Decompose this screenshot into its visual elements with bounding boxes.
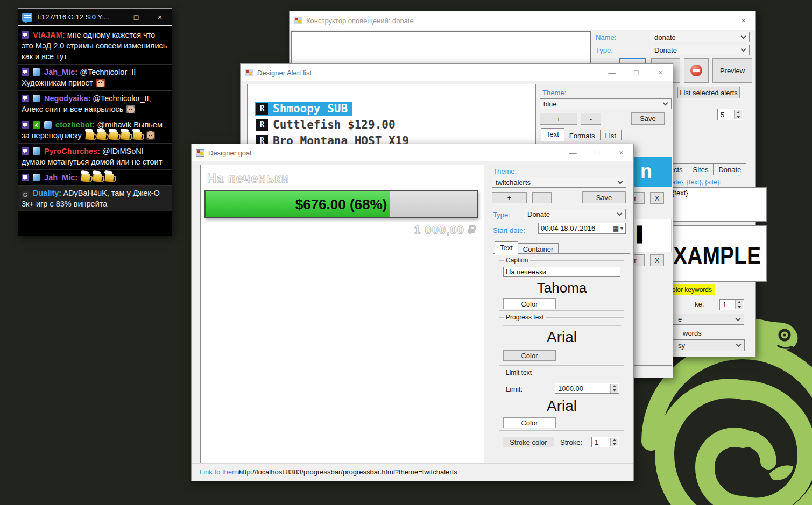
- chat-username[interactable]: Jah_Mic:: [44, 68, 77, 76]
- window-title: Конструктор оповещений: donate: [306, 17, 414, 25]
- alert-list-item[interactable]: R Shmoopy SUB: [255, 102, 352, 116]
- remove-theme-button[interactable]: -: [581, 113, 601, 125]
- add-theme-button[interactable]: +: [540, 113, 577, 125]
- theme-link[interactable]: http://localhost:8383/progressbar/progre…: [239, 468, 457, 476]
- stroke-spinner[interactable]: 1: [591, 437, 619, 447]
- limit-color-button[interactable]: Color: [503, 417, 556, 428]
- goal-caption-preview: На печеньки: [207, 172, 290, 186]
- close-button[interactable]: ×: [731, 11, 755, 30]
- limit-font-name: Arial: [547, 397, 577, 415]
- caption-font-preview[interactable]: Tahoma: [503, 279, 621, 297]
- minimize-button[interactable]: —: [101, 9, 124, 26]
- goal-preview-area: На печеньки $676.00 (68%) 1 000,00 ₽: [200, 165, 484, 465]
- save-button[interactable]: Save: [631, 112, 665, 125]
- beer-emote-icon: [97, 131, 106, 140]
- goal-progress-label: $676.00 (68%): [206, 191, 477, 217]
- type-combo[interactable]: Donate: [524, 209, 626, 219]
- chat-username[interactable]: Negodyaika:: [44, 94, 90, 103]
- chat-username[interactable]: Duality:: [33, 189, 61, 197]
- caption-color-button[interactable]: Color: [503, 298, 556, 309]
- spinner-arrows[interactable]: [734, 110, 742, 119]
- progress-font-preview[interactable]: Arial: [503, 325, 621, 348]
- x-button-label: X: [655, 257, 660, 265]
- tab-donate[interactable]: Donate: [713, 163, 746, 175]
- chat-titlebar[interactable]: T:127/116 G:12 S:0 Y:... — □ ×: [18, 9, 172, 26]
- donate-text-input[interactable]: {text}: [669, 187, 767, 222]
- tab-sites[interactable]: Sites: [688, 163, 714, 175]
- chat-bubble-icon: [22, 13, 32, 22]
- goal-titlebar[interactable]: Designer goal — □ ×: [192, 144, 633, 161]
- limit-spinner[interactable]: 1000.00: [555, 383, 619, 394]
- plus-label: +: [507, 194, 512, 202]
- stroke-value: 1: [723, 301, 726, 309]
- preview-button[interactable]: Preview: [712, 58, 752, 83]
- minimize-button[interactable]: —: [561, 144, 585, 161]
- caption-group-legend: Caption: [504, 257, 530, 264]
- theme-combo-value: twitchalerts: [496, 179, 531, 187]
- chevron-down-icon: [617, 211, 623, 216]
- caption-group: Caption На печеньки Tahoma Color: [499, 260, 624, 311]
- spinner-arrows[interactable]: [610, 384, 618, 393]
- close-button[interactable]: ×: [609, 144, 633, 161]
- type-combo[interactable]: Donate: [651, 45, 750, 55]
- twitch-badge-icon: [22, 174, 29, 181]
- stop-button[interactable]: [684, 58, 709, 83]
- goal-progress-bar: $676.00 (68%): [204, 190, 478, 218]
- twitch-badge-icon: [22, 68, 29, 76]
- list-selected-alerts-button[interactable]: List selected alerts: [677, 87, 740, 98]
- clear-color-button[interactable]: X: [650, 254, 664, 266]
- minimize-button[interactable]: —: [600, 64, 624, 81]
- progress-color-button[interactable]: Color: [503, 350, 556, 361]
- stroke-label: Stroke:: [560, 438, 582, 446]
- color-button-label: Color: [521, 352, 538, 360]
- add-theme-button[interactable]: +: [492, 192, 527, 203]
- twitch-badge-icon: [22, 31, 29, 39]
- chevron-down-icon: [736, 342, 742, 347]
- robot-alert-icon: R: [256, 119, 268, 131]
- stroke-spinner[interactable]: 1: [719, 299, 744, 310]
- calendar-icon: ▦: [613, 225, 619, 232]
- start-date-picker[interactable]: 00:04 18.07.2016 ▦ ▾: [538, 223, 626, 234]
- caption-input[interactable]: На печеньки: [503, 267, 620, 277]
- save-button[interactable]: Save: [582, 191, 626, 203]
- alert-constructor-titlebar[interactable]: Конструктор оповещений: donate ×: [290, 11, 755, 30]
- stroke-color-button[interactable]: Stroke color: [503, 437, 554, 447]
- chat-username[interactable]: VIAJAM:: [33, 31, 65, 39]
- chat-username[interactable]: Jah_Mic:: [44, 173, 77, 182]
- limit-label: Limit:: [506, 385, 522, 393]
- chat-username[interactable]: PyroChurches:: [44, 147, 100, 155]
- limit-font-preview[interactable]: Arial: [503, 396, 621, 415]
- remove-theme-button[interactable]: -: [532, 192, 552, 203]
- winforms-app-icon: [196, 149, 204, 157]
- theme-combo[interactable]: twitchalerts: [492, 177, 626, 188]
- chat-message-list[interactable]: VIAJAM: мне одному кажется что это МэД 2…: [18, 27, 172, 236]
- spinner-arrows[interactable]: [610, 438, 618, 446]
- theme-combo[interactable]: blue: [540, 98, 672, 109]
- stroke-value: 1: [595, 438, 598, 446]
- caption-font-name: Tahoma: [537, 280, 587, 296]
- tab-text[interactable]: Text: [495, 241, 518, 255]
- face-emote-icon: [146, 131, 155, 140]
- maximize-button[interactable]: □: [624, 64, 648, 81]
- chevron-down-icon[interactable]: ▾: [620, 225, 623, 231]
- goodgame-badge-icon: [22, 191, 29, 198]
- alert-count-spinner[interactable]: 5: [717, 109, 743, 120]
- chevron-down-icon: [741, 34, 746, 39]
- close-button[interactable]: ×: [648, 64, 673, 81]
- subscriber-badge-icon: [33, 147, 40, 155]
- list-selected-alerts-label: List selected alerts: [680, 89, 738, 97]
- font-preview-text-fragment: n: [640, 160, 652, 183]
- maximize-button[interactable]: □: [585, 144, 609, 161]
- clear-color-button[interactable]: X: [650, 192, 664, 204]
- spinner-arrows[interactable]: [735, 300, 743, 309]
- close-button[interactable]: ×: [148, 9, 172, 26]
- name-combo[interactable]: donate: [651, 32, 750, 42]
- twitch-badge-icon: [22, 147, 29, 155]
- tab-text[interactable]: Text: [541, 128, 564, 141]
- alert-list-item[interactable]: R Cuttlefish $129.00: [255, 118, 400, 132]
- maximize-button[interactable]: □: [124, 9, 148, 26]
- alert-list-titlebar[interactable]: Designer Alert list — □ ×: [241, 64, 673, 81]
- chat-message: Duality: ADyBaH4uK, там у Джек-О 3к+ игр…: [18, 185, 172, 211]
- winforms-app-icon: [245, 69, 253, 76]
- chat-username[interactable]: etozhebot:: [55, 120, 95, 129]
